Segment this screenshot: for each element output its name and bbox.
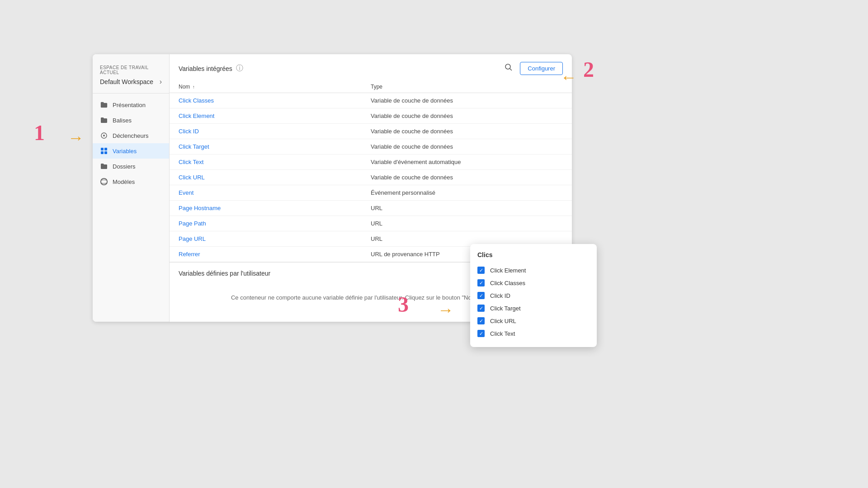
variable-name-link[interactable]: Click ID [179, 128, 371, 135]
clics-item[interactable]: Click Classes [477, 277, 590, 289]
nav-items: Présentation Balises Déclencheurs [93, 94, 169, 193]
checkbox-checked-icon[interactable] [477, 279, 485, 286]
variable-name-link[interactable]: Click Element [179, 113, 371, 119]
workspace-name-btn[interactable]: Default Workspace › [100, 78, 162, 86]
balises-icon [100, 116, 108, 124]
variable-type: URL [371, 220, 563, 227]
svg-rect-5 [104, 151, 107, 154]
variable-type: Variable de couche de données [371, 143, 563, 150]
svg-point-1 [103, 135, 105, 136]
svg-point-7 [101, 178, 107, 185]
checkbox-checked-icon[interactable] [477, 305, 485, 312]
built-in-title: Variables intégrées ⓘ [179, 64, 243, 73]
clics-item[interactable]: Click ID [477, 289, 590, 302]
sidebar: ESPACE DE TRAVAIL ACTUEL Default Workspa… [93, 54, 170, 322]
variables-table: Click Classes Variable de couche de donn… [170, 93, 572, 262]
built-in-title-text: Variables intégrées [179, 65, 232, 72]
sidebar-item-balises[interactable]: Balises [93, 113, 169, 128]
clics-popup-title: Clics [477, 251, 590, 258]
svg-rect-4 [101, 151, 104, 154]
clics-popup: Clics Click Element Click Classes Click … [470, 244, 597, 347]
clics-item[interactable]: Click Text [477, 327, 590, 340]
variable-type: Variable de couche de données [371, 113, 563, 119]
svg-point-9 [505, 64, 510, 69]
variable-type: Variable de couche de données [371, 174, 563, 181]
modeles-label: Modèles [113, 178, 135, 185]
arrow-1: → [68, 128, 84, 147]
modeles-icon [100, 178, 108, 186]
checkbox-checked-icon[interactable] [477, 292, 485, 299]
variables-icon [100, 147, 108, 155]
sidebar-item-presentation[interactable]: Présentation [93, 97, 169, 113]
dossiers-label: Dossiers [113, 163, 136, 170]
variable-name-link[interactable]: Referrer [179, 251, 371, 258]
clics-item[interactable]: Click Target [477, 302, 590, 314]
variable-type: URL [371, 205, 563, 211]
sidebar-item-declencheurs[interactable]: Déclencheurs [93, 128, 169, 143]
clics-item-label: Click URL [490, 318, 516, 324]
variable-name-link[interactable]: Click Classes [179, 97, 371, 104]
annotation-1: 1 [34, 122, 45, 144]
variable-name-link[interactable]: Page URL [179, 235, 371, 242]
variable-name-link[interactable]: Page Hostname [179, 205, 371, 211]
built-in-section: Variables intégrées ⓘ Configurer N [170, 54, 572, 263]
header-actions: Configurer [501, 61, 563, 75]
variable-name-link[interactable]: Click URL [179, 174, 371, 181]
dossiers-icon [100, 162, 108, 170]
clics-items: Click Element Click Classes Click ID Cli… [477, 264, 590, 340]
table-row: Click Classes Variable de couche de donn… [170, 93, 572, 108]
checkbox-checked-icon[interactable] [477, 317, 485, 324]
table-row: Page Path URL [170, 216, 572, 231]
svg-rect-8 [102, 181, 106, 183]
sort-arrow-icon: ↑ [193, 84, 195, 89]
variable-name-link[interactable]: Click Text [179, 159, 371, 165]
clics-item-label: Click Target [490, 305, 521, 312]
variable-type: Variable de couche de données [371, 97, 563, 104]
sidebar-item-modeles[interactable]: Modèles [93, 174, 169, 189]
clics-item-label: Click Text [490, 330, 515, 337]
folder-icon [100, 101, 108, 109]
annotation-2: 2 [583, 59, 594, 80]
workspace-label: ESPACE DE TRAVAIL ACTUEL [100, 65, 162, 75]
col-type-header: Type [371, 84, 563, 90]
svg-rect-2 [101, 148, 104, 150]
table-row: Click Text Variable d'événement automati… [170, 155, 572, 170]
built-in-header: Variables intégrées ⓘ Configurer [170, 54, 572, 81]
variables-label: Variables [113, 148, 137, 155]
info-icon[interactable]: ⓘ [236, 64, 243, 73]
variable-type: URL [371, 235, 563, 242]
table-row: Click Target Variable de couche de donné… [170, 139, 572, 155]
variable-name-link[interactable]: Event [179, 189, 371, 196]
variable-type: Variable d'événement automatique [371, 159, 563, 165]
checkbox-checked-icon[interactable] [477, 267, 485, 274]
table-row: Click Element Variable de couche de donn… [170, 108, 572, 124]
col-name-header: Nom ↑ [179, 84, 371, 90]
configure-button[interactable]: Configurer [520, 62, 563, 75]
svg-rect-3 [104, 148, 107, 150]
sidebar-item-variables[interactable]: Variables [93, 143, 169, 159]
search-button[interactable] [501, 61, 516, 75]
balises-label: Balises [113, 117, 132, 124]
clics-item-label: Click Element [490, 267, 526, 274]
clics-item[interactable]: Click Element [477, 264, 590, 277]
variable-name-link[interactable]: Page Path [179, 220, 371, 227]
variable-name-link[interactable]: Click Target [179, 143, 371, 150]
clics-item-label: Click ID [490, 292, 510, 299]
workspace-name-text: Default Workspace [100, 78, 153, 85]
workspace-section: ESPACE DE TRAVAIL ACTUEL Default Workspa… [93, 61, 169, 94]
workspace-chevron-icon: › [160, 78, 162, 86]
clics-item-label: Click Classes [490, 280, 525, 286]
declencheurs-icon [100, 131, 108, 140]
presentation-label: Présentation [113, 102, 146, 108]
clics-item[interactable]: Click URL [477, 314, 590, 327]
declencheurs-label: Déclencheurs [113, 132, 149, 139]
variable-type: Événement personnalisé [371, 189, 563, 196]
checkbox-checked-icon[interactable] [477, 330, 485, 337]
table-row: Click URL Variable de couche de données [170, 170, 572, 185]
table-row: Page Hostname URL [170, 201, 572, 216]
table-row: Event Événement personnalisé [170, 185, 572, 201]
sidebar-item-dossiers[interactable]: Dossiers [93, 159, 169, 174]
variable-type: Variable de couche de données [371, 128, 563, 135]
table-row: Click ID Variable de couche de données [170, 124, 572, 139]
table-header: Nom ↑ Type [170, 81, 572, 93]
